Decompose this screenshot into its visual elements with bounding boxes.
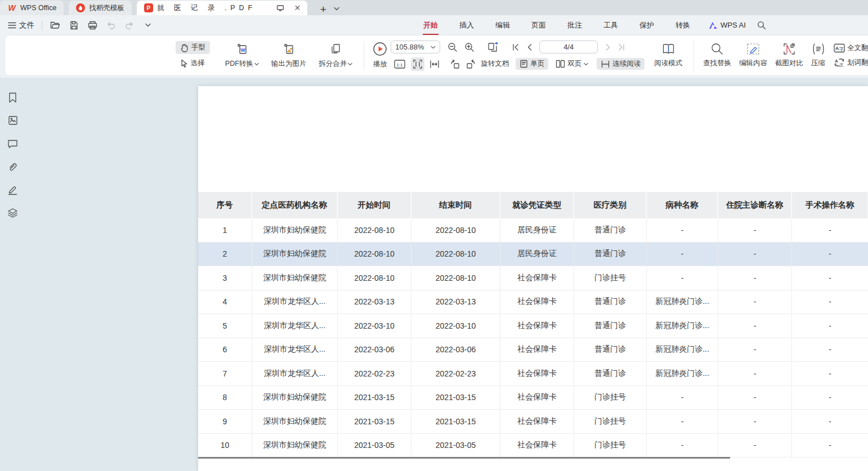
save-button[interactable] bbox=[68, 20, 79, 31]
zoom-in-button[interactable] bbox=[463, 41, 476, 54]
table-cell: 深圳市妇幼保健院 bbox=[252, 386, 338, 410]
tab-label: WPS Office bbox=[20, 4, 56, 12]
table-row[interactable]: 10深圳市妇幼保健院2021-03-052021-03-05社会保障卡门诊挂号-… bbox=[198, 434, 868, 458]
rotate-left-button[interactable] bbox=[448, 57, 462, 71]
pdf-file-icon: P bbox=[144, 3, 153, 12]
horizontal-scrollbar[interactable] bbox=[198, 457, 730, 459]
tab-medical-record-pdf[interactable]: P 就 医 记 录 .PDF ✕ bbox=[137, 1, 307, 15]
tab-list-chevron-down-icon[interactable] bbox=[331, 3, 342, 14]
file-menu-label: 文件 bbox=[19, 20, 34, 30]
menu-item[interactable]: 开始 bbox=[413, 15, 449, 35]
table-cell: 新冠肺炎门诊... bbox=[647, 362, 718, 386]
table-row[interactable]: 6深圳市龙华区人...2022-03-062022-03-06社会保障卡普通门诊… bbox=[198, 338, 868, 362]
zoom-level-select[interactable]: 105.88% bbox=[391, 41, 440, 53]
table-cell: 6 bbox=[198, 338, 252, 362]
menu-item[interactable]: 转换 bbox=[665, 15, 701, 35]
comment-icon[interactable] bbox=[7, 137, 19, 150]
next-page-button[interactable] bbox=[601, 41, 615, 54]
layers-icon[interactable] bbox=[7, 207, 19, 219]
menu-item[interactable]: 批注 bbox=[557, 15, 593, 35]
prev-page-icon bbox=[527, 44, 532, 51]
table-row[interactable]: 8深圳市妇幼保健院2021-03-152021-03-15社会保障卡门诊挂号--… bbox=[198, 386, 868, 410]
undo-redo-chevron-down-icon[interactable] bbox=[142, 20, 154, 31]
table-cell: 普通门诊 bbox=[574, 338, 647, 362]
table-cell: 深圳市妇幼保健院 bbox=[252, 434, 338, 458]
print-button[interactable] bbox=[87, 20, 98, 31]
table-cell: 5 bbox=[198, 314, 252, 338]
table-row[interactable]: 1深圳市妇幼保健院2022-08-102022-08-10居民身份证普通门诊--… bbox=[198, 218, 868, 243]
sign-pen-icon[interactable] bbox=[7, 183, 19, 196]
undo-button[interactable] bbox=[105, 20, 117, 31]
last-page-button[interactable] bbox=[615, 41, 628, 54]
double-page-button[interactable]: 双页 bbox=[552, 58, 592, 70]
word-translate-button[interactable]: A 文 划词翻译 bbox=[834, 57, 868, 68]
table-cell: 2021-03-15 bbox=[338, 410, 411, 434]
full-translate-button[interactable]: A 字 全文翻译 bbox=[834, 43, 868, 53]
table-row[interactable]: 3深圳市妇幼保健院2022-08-102022-08-10社会保障卡门诊挂号--… bbox=[198, 266, 868, 290]
menu-item[interactable]: 编辑 bbox=[485, 15, 521, 35]
table-cell: - bbox=[792, 218, 868, 243]
edit-content-button[interactable]: 编辑内容 bbox=[735, 43, 771, 68]
table-cell: 新冠肺炎门诊... bbox=[647, 290, 718, 315]
rotate-doc-label[interactable]: 旋转文档 bbox=[481, 59, 509, 69]
table-cell: 2022-02-23 bbox=[411, 362, 500, 386]
table-cell: 社会保障卡 bbox=[500, 386, 574, 410]
monitor-icon[interactable] bbox=[275, 2, 286, 14]
table-row[interactable]: 9深圳市妇幼保健院2021-03-152021-03-15社会保障卡门诊挂号--… bbox=[198, 410, 868, 434]
table-cell: - bbox=[792, 362, 868, 386]
tab-docer-templates[interactable]: 找稻壳模板 bbox=[69, 1, 132, 15]
close-icon[interactable]: ✕ bbox=[292, 2, 303, 14]
zoom-in-icon bbox=[464, 42, 475, 52]
play-button[interactable]: 播放 bbox=[369, 42, 391, 69]
table-row[interactable]: 2深圳市妇幼保健院2022-08-102022-08-10居民身份证普通门诊--… bbox=[198, 243, 868, 267]
table-cell: 2022-03-06 bbox=[411, 338, 500, 362]
table-row[interactable]: 5深圳市龙华区人...2022-03-102022-03-10社会保障卡普通门诊… bbox=[198, 314, 868, 338]
screenshot-compare-button[interactable]: 截图对比 bbox=[771, 43, 807, 68]
menu-wps-ai[interactable]: WPS AI bbox=[701, 21, 754, 29]
fit-width-button[interactable] bbox=[428, 57, 441, 71]
pdf-page[interactable]: 序号定点医药机构名称开始时间结束时间就诊凭证类型医疗类别病种名称住院主诊断名称手… bbox=[198, 86, 868, 471]
continuous-read-button[interactable]: 连续阅读 bbox=[597, 58, 645, 70]
first-page-button[interactable] bbox=[509, 41, 522, 54]
read-mode-button[interactable]: 阅读模式 bbox=[648, 43, 688, 68]
zoom-out-button[interactable] bbox=[446, 41, 459, 54]
tab-wps-office[interactable]: W WPS Office bbox=[0, 1, 64, 15]
compress-button[interactable]: 压缩 bbox=[807, 43, 829, 68]
select-tool-button[interactable]: 选择 bbox=[176, 57, 210, 70]
menu-item[interactable]: 工具 bbox=[593, 15, 629, 35]
hand-tool-button[interactable]: 手型 bbox=[176, 41, 210, 54]
table-cell: 2022-08-10 bbox=[338, 266, 411, 290]
bookmark-icon[interactable] bbox=[7, 91, 19, 104]
pdf-convert-label: PDF转换 bbox=[225, 59, 253, 69]
file-menu-button[interactable]: 文件 bbox=[8, 20, 34, 30]
open-file-button[interactable] bbox=[50, 20, 61, 31]
menu-item[interactable]: 页面 bbox=[521, 15, 557, 35]
swap-pages-button[interactable] bbox=[486, 41, 500, 54]
table-cell: 普通门诊 bbox=[574, 362, 647, 386]
attachment-icon[interactable] bbox=[7, 160, 19, 173]
menu-item[interactable]: 插入 bbox=[449, 15, 485, 35]
table-cell: 深圳市妇幼保健院 bbox=[252, 218, 338, 243]
redo-button[interactable] bbox=[124, 20, 135, 31]
find-replace-button[interactable]: 查找替换 bbox=[699, 43, 735, 68]
rotate-right-button[interactable] bbox=[464, 57, 477, 71]
page-number-input[interactable]: 4/4 bbox=[539, 41, 598, 53]
export-image-button[interactable]: 输出为图片 bbox=[265, 42, 313, 69]
new-tab-plus-icon[interactable]: + bbox=[317, 4, 329, 15]
actual-size-button[interactable]: 1:1 bbox=[393, 57, 406, 71]
last-page-icon bbox=[618, 44, 625, 51]
read-mode-label: 阅读模式 bbox=[654, 59, 682, 68]
chevron-down-icon bbox=[584, 62, 588, 66]
prev-page-button[interactable] bbox=[522, 41, 536, 54]
table-cell: 普通门诊 bbox=[574, 314, 647, 338]
pdf-convert-button[interactable]: W PDF转换 bbox=[219, 42, 265, 69]
menu-search-button[interactable] bbox=[754, 21, 769, 30]
fit-page-button[interactable] bbox=[411, 57, 424, 71]
menu-item[interactable]: 保护 bbox=[629, 15, 665, 35]
split-merge-button[interactable]: 拆分合并 bbox=[312, 42, 359, 69]
table-cell: 2022-08-10 bbox=[338, 218, 411, 243]
thumbnail-icon[interactable] bbox=[7, 114, 19, 127]
table-row[interactable]: 7深圳市龙华区人...2022-02-232022-02-23社会保障卡普通门诊… bbox=[198, 362, 868, 386]
table-row[interactable]: 4深圳市龙华区人...2022-03-132022-03-13社会保障卡普通门诊… bbox=[198, 290, 868, 315]
single-page-button[interactable]: 单页 bbox=[516, 58, 548, 70]
